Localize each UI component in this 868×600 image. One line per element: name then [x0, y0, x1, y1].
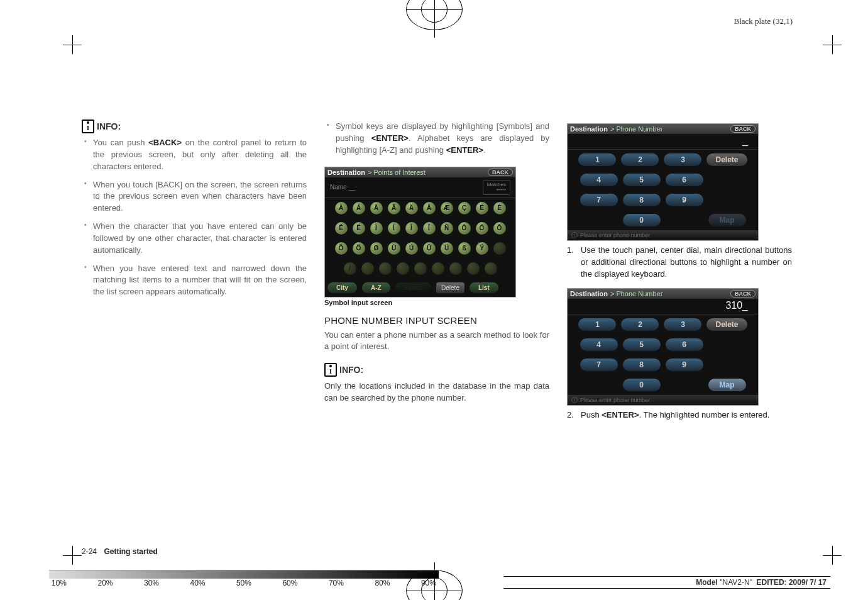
glyph-key[interactable]: Ø	[370, 242, 383, 255]
glyph-key[interactable]: À	[335, 202, 348, 214]
footer-hint: i Please enter phone number	[568, 395, 758, 405]
ss-title: Destination	[570, 125, 608, 133]
4-key[interactable]: 4	[580, 174, 618, 186]
glyph-key[interactable]: Ì	[370, 222, 383, 235]
space-button: Space	[395, 282, 431, 293]
crop-mark	[823, 35, 842, 54]
glyph-key[interactable]: Í	[388, 222, 400, 235]
name-label: Name	[330, 184, 347, 191]
tick-label: 40%	[190, 579, 205, 587]
plate-label: Black plate (32,1)	[734, 16, 793, 26]
glyph-key[interactable]: Ù	[388, 242, 400, 255]
map-key: Map	[708, 214, 746, 226]
gradient-bar: 10%20%30%40%50%60%70%80%90%	[49, 570, 439, 591]
glyph-key[interactable]: Á	[353, 202, 365, 214]
glyph-key[interactable]: Ê	[335, 222, 348, 235]
back-button[interactable]: BACK	[730, 125, 755, 133]
ss-title: Destination	[570, 290, 608, 297]
glyph-key[interactable]: Å	[423, 202, 436, 214]
paragraph: You can enter a phone number as a search…	[324, 330, 549, 353]
glyph-key[interactable]: Ú	[405, 242, 418, 255]
tick-label: 60%	[282, 579, 297, 587]
tick-label: 30%	[144, 579, 159, 587]
input-value: 310_	[568, 299, 758, 314]
6-key[interactable]: 6	[666, 338, 703, 351]
9-key[interactable]: 9	[666, 194, 703, 206]
crop-mark	[823, 546, 842, 565]
glyph-key[interactable]: ß	[458, 242, 471, 255]
1-key[interactable]: 1	[578, 318, 616, 331]
list-item: When the character that you have entered…	[82, 221, 307, 257]
delete-button[interactable]: Delete	[436, 282, 464, 293]
4-key[interactable]: 4	[580, 338, 618, 351]
glyph-key[interactable]: Ã	[388, 202, 400, 214]
delete-key[interactable]: Delete	[706, 318, 747, 331]
tick-label: 70%	[329, 579, 344, 587]
list-button[interactable]: List	[470, 282, 498, 293]
7-key[interactable]: 7	[580, 358, 618, 371]
9-key[interactable]: 9	[666, 358, 703, 371]
glyph-key[interactable]: Ç	[458, 202, 471, 214]
list-item: Symbol keys are displayed by highlightin…	[324, 121, 549, 157]
footer-left: 2-24 Getting started	[82, 547, 158, 556]
glyph-key[interactable]: Ï	[423, 222, 436, 235]
glyph-key[interactable]: Ä	[405, 202, 418, 214]
glyph-key[interactable]: Ë	[353, 222, 365, 235]
0-key[interactable]: 0	[623, 214, 661, 226]
glyph-key[interactable]: Õ	[335, 242, 348, 255]
glyph-key[interactable]: É	[476, 202, 488, 214]
5-key[interactable]: 5	[623, 174, 661, 186]
footer-hint: i Please enter phone number	[568, 230, 758, 240]
tick-label: 50%	[236, 579, 251, 587]
0-key[interactable]: 0	[623, 379, 661, 391]
city-button[interactable]: City	[327, 282, 357, 293]
list-item: When you touch [BACK] on the screen, the…	[82, 179, 307, 215]
tick-label: 90%	[421, 579, 436, 587]
glyph-key[interactable]: Ñ	[441, 222, 453, 235]
glyph-key[interactable]: Æ	[441, 202, 453, 214]
glyph-key[interactable]: È	[493, 202, 506, 214]
glyph-key	[449, 262, 462, 275]
info-icon: ı	[82, 119, 94, 133]
1-key[interactable]: 1	[578, 153, 616, 166]
tick-label: 80%	[375, 579, 390, 587]
8-key[interactable]: 8	[623, 358, 661, 371]
back-button[interactable]: BACK	[488, 169, 513, 176]
back-button[interactable]: BACK	[730, 290, 755, 297]
2-key[interactable]: 2	[621, 153, 659, 166]
info-label: INFO:	[97, 121, 121, 131]
register-mark	[406, 0, 463, 38]
3-key[interactable]: 3	[664, 318, 701, 331]
glyph-key	[467, 262, 480, 275]
glyph-key[interactable]: Û	[423, 242, 436, 255]
map-key[interactable]: Map	[708, 379, 746, 391]
2-key[interactable]: 2	[621, 318, 659, 331]
az-button[interactable]: A-Z	[362, 282, 390, 293]
glyph-key[interactable]: Î	[405, 222, 418, 235]
glyph-key[interactable]: Ó	[476, 222, 488, 235]
glyph-key	[432, 262, 444, 275]
glyph-key[interactable]: Ÿ	[476, 242, 488, 255]
tick-label: 20%	[97, 579, 113, 587]
glyph-key	[485, 262, 497, 275]
glyph-key[interactable]: Ò	[458, 222, 471, 235]
7-key[interactable]: 7	[580, 194, 618, 206]
matches: Matches *****	[483, 180, 510, 195]
glyph-key[interactable]: Ö	[353, 242, 365, 255]
glyph-key[interactable]: Ü	[441, 242, 453, 255]
paragraph: Only the locations included in the datab…	[324, 381, 549, 404]
ss-subtitle: > Phone Number	[610, 290, 662, 297]
delete-key[interactable]: Delete	[706, 153, 747, 166]
5-key[interactable]: 5	[623, 338, 661, 351]
glyph-key[interactable]: Ô	[493, 222, 506, 235]
phone-screenshot-1: Destination > Phone Number BACK _ 123Del…	[567, 123, 759, 241]
step-2: 2.Push <ENTER>. The highlighted number i…	[567, 409, 792, 421]
footer-right: Model "NAV2-N" EDITED: 2009/ 7/ 17	[503, 576, 830, 589]
glyph-key[interactable]: Â	[370, 202, 383, 214]
symbol-screenshot: Destination > Points of Interest BACK Na…	[324, 167, 516, 297]
glyph-key	[397, 262, 409, 275]
input-value: _	[568, 134, 758, 150]
3-key[interactable]: 3	[664, 153, 701, 166]
6-key[interactable]: 6	[666, 174, 703, 186]
8-key[interactable]: 8	[623, 194, 661, 206]
